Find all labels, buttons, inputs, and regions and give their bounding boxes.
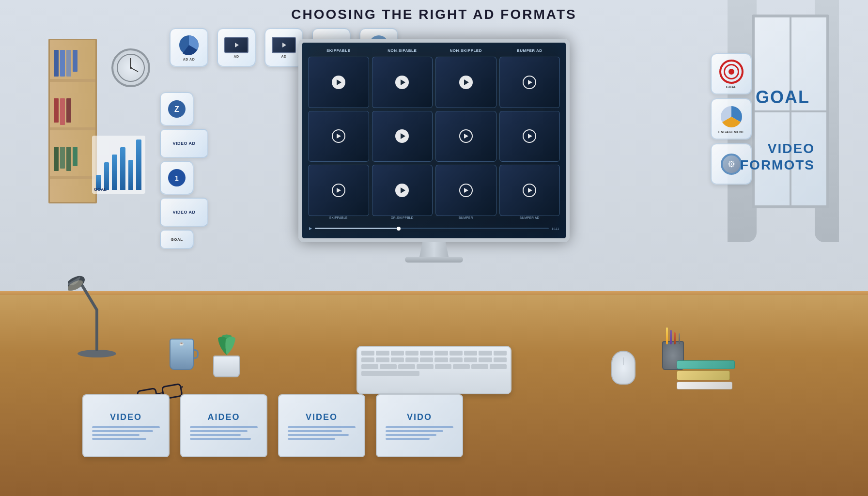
monitor: SKIPPABLE NON-SIPABLE NON-SKIPPLED BUMPE… (298, 39, 570, 263)
col-label-3: NON-SKIPPLED (435, 48, 496, 53)
row-labels: SKIPPABLE Or-SKIPPBLD BUMPER BUMPER AD (308, 216, 560, 219)
video-cell-1-3[interactable] (435, 57, 496, 108)
desk-edge (0, 291, 868, 295)
video-formats-text: VIDEO FORMOTS (740, 140, 815, 173)
video-cell-3-4[interactable] (499, 165, 560, 216)
coal-label: CoaL (641, 63, 659, 72)
row-label-4: BUMPER AD (499, 216, 560, 219)
top-icon-video-2: AD (264, 28, 303, 67)
left-video-icon-1: Z (160, 92, 194, 126)
plant (213, 336, 240, 377)
desk-card-label-1: VIDEO (110, 412, 142, 422)
video-ad-text-2: VIDEO AD (172, 210, 195, 215)
video-cell-1-4[interactable] (499, 57, 560, 108)
video-formats-line1: VIDEO (768, 141, 815, 156)
svg-point-3 (130, 67, 132, 69)
svg-line-13 (82, 286, 97, 310)
desk-card-1: VIDEO (82, 394, 170, 457)
goal-text-right: GOAL (756, 87, 810, 108)
monitor-stand (419, 242, 449, 257)
screen-content: SKIPPABLE NON-SIPABLE NON-SKIPPLED BUMPE… (302, 43, 566, 238)
right-icon-label-goal: GOAL (726, 85, 736, 89)
col-label-4: BUMPER AD (499, 48, 560, 53)
gear-icon: ⚙ (721, 154, 742, 175)
monitor-base (405, 257, 463, 263)
screen-header-row: SKIPPABLE NON-SIPABLE NON-SKIPPLED BUMPE… (308, 48, 560, 53)
desk-card-label-2: AIDEO (207, 412, 240, 422)
right-icon-engagement: ENGAGEMENT (711, 98, 752, 140)
video-cell-1-1[interactable] (308, 57, 369, 108)
svg-line-2 (131, 68, 138, 72)
window (752, 15, 829, 208)
svg-text:Z: Z (174, 105, 179, 113)
row-label-2: Or-SKIPPBLD (372, 216, 433, 219)
video-ad-text-1: VIDEO AD (172, 141, 195, 146)
desk-card-2: AIDEO (180, 394, 267, 457)
desk-card-4: VIDO (376, 394, 463, 457)
col-label-1: SKIPPABLE (308, 48, 369, 53)
top-icon-label-3: AD (281, 55, 286, 58)
video-cell-3-2[interactable] (372, 165, 433, 216)
progress-bar-area: ▶ 1:111 (308, 224, 560, 232)
top-icon-label-1: AD AD (183, 58, 195, 61)
left-video-ad-label-2: VIDEO AD (160, 198, 208, 227)
video-cell-3-3[interactable] (435, 165, 496, 216)
progress-bar[interactable] (315, 228, 549, 229)
video-grid (308, 57, 560, 216)
video-cell-2-1[interactable] (308, 111, 369, 162)
row-label-3: BUMPER (435, 216, 496, 219)
video-cell-2-4[interactable] (499, 111, 560, 162)
goal-label-left: GOAL (160, 230, 194, 249)
right-icon-label-engagement: ENGAGEMENT (718, 130, 744, 134)
desk-books (677, 360, 735, 389)
desk-card-label-4: VIDO (407, 412, 432, 422)
bookshelf (48, 39, 97, 203)
left-video-icon-2: 1 (160, 161, 194, 195)
wall-clock (111, 48, 150, 87)
bar-chart: GOAL (92, 136, 145, 194)
keyboard (356, 346, 512, 394)
top-icon-video-1: AD (217, 28, 256, 67)
top-icon-pie-1: AD AD (170, 28, 208, 67)
svg-text:1: 1 (175, 174, 179, 182)
left-video-ad-section: Z VIDEO AD 1 VIDEO AD GOAL (160, 92, 208, 249)
desk-card-3: VIDEO (278, 394, 365, 457)
video-cell-3-1[interactable] (308, 165, 369, 216)
desk-cards-row: VIDEO AIDEO VIDEO (82, 394, 463, 457)
coffee-cup: ☕ (170, 339, 194, 370)
target-icon (719, 60, 744, 84)
video-cell-2-2[interactable] (372, 111, 433, 162)
right-icon-target: GOAL (711, 53, 752, 94)
monitor-screen: SKIPPABLE NON-SIPABLE NON-SKIPPLED BUMPE… (298, 39, 570, 242)
goal-small-text: GOAL (170, 237, 183, 242)
scene: GOAL CHOOSING THE RIGHT AD FORMATS AD AD… (0, 0, 868, 496)
video-cell-2-3[interactable] (435, 111, 496, 162)
svg-line-20 (181, 387, 183, 387)
col-label-2: NON-SIPABLE (372, 48, 433, 53)
left-video-ad-label-1: VIDEO AD (160, 129, 208, 158)
svg-line-18 (156, 393, 163, 394)
row-label-1: SKIPPABLE (308, 216, 369, 219)
progress-time: 1:111 (552, 227, 559, 230)
video-cell-1-2[interactable] (372, 57, 433, 108)
desk-lamp (68, 262, 126, 360)
top-icon-label-2: AD (233, 55, 239, 58)
video-formats-line2: FORMOTS (740, 157, 815, 172)
desk-card-label-3: VIDEO (306, 412, 338, 422)
page-title: CHOOSING THE RIGHT AD FORMATS (291, 7, 576, 22)
mouse (611, 351, 636, 385)
